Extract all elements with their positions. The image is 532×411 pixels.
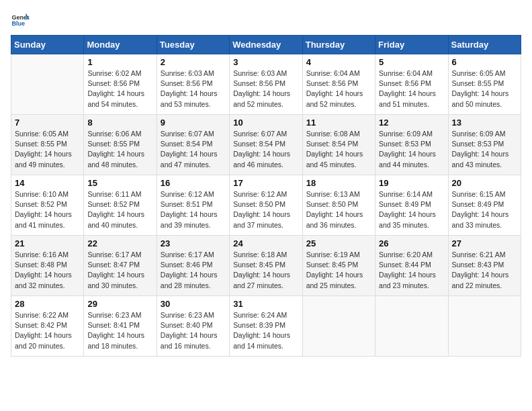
day-number: 18 (306, 178, 371, 188)
day-number: 1 (87, 57, 152, 67)
calendar-cell (448, 296, 521, 357)
calendar-cell: 20Sunrise: 6:15 AMSunset: 8:49 PMDayligh… (448, 175, 521, 236)
day-number: 30 (161, 299, 226, 309)
day-number: 5 (379, 57, 444, 67)
calendar-cell: 10Sunrise: 6:07 AMSunset: 8:54 PMDayligh… (230, 115, 302, 175)
day-number: 23 (161, 238, 226, 248)
column-header-sunday: Sunday (11, 36, 84, 54)
day-number: 12 (379, 118, 444, 128)
calendar-cell: 27Sunrise: 6:21 AMSunset: 8:43 PMDayligh… (448, 236, 521, 296)
day-info: Sunrise: 6:13 AMSunset: 8:50 PMDaylight:… (306, 189, 371, 230)
calendar-cell: 8Sunrise: 6:06 AMSunset: 8:55 PMDaylight… (84, 115, 157, 175)
day-info: Sunrise: 6:22 AMSunset: 8:42 PMDaylight:… (15, 310, 80, 351)
day-info: Sunrise: 6:05 AMSunset: 8:55 PMDaylight:… (452, 68, 517, 109)
day-number: 2 (161, 57, 226, 67)
calendar-cell: 29Sunrise: 6:23 AMSunset: 8:41 PMDayligh… (84, 296, 157, 357)
column-header-wednesday: Wednesday (230, 36, 302, 54)
day-number: 7 (15, 118, 80, 128)
logo-icon: General Blue (11, 11, 30, 30)
day-number: 24 (233, 238, 298, 248)
day-number: 10 (233, 118, 298, 128)
day-info: Sunrise: 6:06 AMSunset: 8:55 PMDaylight:… (87, 129, 152, 170)
column-header-saturday: Saturday (448, 36, 521, 54)
calendar-cell: 6Sunrise: 6:05 AMSunset: 8:55 PMDaylight… (448, 54, 521, 115)
day-info: Sunrise: 6:23 AMSunset: 8:41 PMDaylight:… (87, 310, 152, 351)
day-info: Sunrise: 6:07 AMSunset: 8:54 PMDaylight:… (161, 129, 226, 170)
calendar-cell: 2Sunrise: 6:03 AMSunset: 8:56 PMDaylight… (157, 54, 229, 115)
calendar-cell: 24Sunrise: 6:18 AMSunset: 8:45 PMDayligh… (230, 236, 302, 296)
day-info: Sunrise: 6:09 AMSunset: 8:53 PMDaylight:… (379, 129, 444, 170)
day-info: Sunrise: 6:18 AMSunset: 8:45 PMDaylight:… (233, 250, 298, 291)
calendar-cell: 19Sunrise: 6:14 AMSunset: 8:49 PMDayligh… (375, 175, 448, 236)
day-info: Sunrise: 6:10 AMSunset: 8:52 PMDaylight:… (15, 189, 80, 230)
calendar-cell: 3Sunrise: 6:03 AMSunset: 8:56 PMDaylight… (230, 54, 302, 115)
day-info: Sunrise: 6:15 AMSunset: 8:49 PMDaylight:… (452, 189, 517, 230)
calendar-table: SundayMondayTuesdayWednesdayThursdayFrid… (11, 35, 521, 357)
day-number: 11 (306, 118, 371, 128)
day-info: Sunrise: 6:07 AMSunset: 8:54 PMDaylight:… (233, 129, 298, 170)
calendar-week-row: 1Sunrise: 6:02 AMSunset: 8:56 PMDaylight… (11, 54, 521, 115)
calendar-cell: 13Sunrise: 6:09 AMSunset: 8:53 PMDayligh… (448, 115, 521, 175)
day-info: Sunrise: 6:24 AMSunset: 8:39 PMDaylight:… (233, 310, 298, 351)
calendar-cell: 7Sunrise: 6:05 AMSunset: 8:55 PMDaylight… (11, 115, 84, 175)
calendar-cell: 26Sunrise: 6:20 AMSunset: 8:44 PMDayligh… (375, 236, 448, 296)
day-info: Sunrise: 6:08 AMSunset: 8:54 PMDaylight:… (306, 129, 371, 170)
calendar-cell: 12Sunrise: 6:09 AMSunset: 8:53 PMDayligh… (375, 115, 448, 175)
day-number: 13 (452, 118, 517, 128)
calendar-week-row: 7Sunrise: 6:05 AMSunset: 8:55 PMDaylight… (11, 115, 521, 175)
calendar-cell: 21Sunrise: 6:16 AMSunset: 8:48 PMDayligh… (11, 236, 84, 296)
day-info: Sunrise: 6:12 AMSunset: 8:50 PMDaylight:… (233, 189, 298, 230)
day-number: 20 (452, 178, 517, 188)
day-info: Sunrise: 6:21 AMSunset: 8:43 PMDaylight:… (452, 250, 517, 291)
calendar-cell: 9Sunrise: 6:07 AMSunset: 8:54 PMDaylight… (157, 115, 229, 175)
calendar-week-row: 28Sunrise: 6:22 AMSunset: 8:42 PMDayligh… (11, 296, 521, 357)
calendar-cell (375, 296, 448, 357)
day-info: Sunrise: 6:05 AMSunset: 8:55 PMDaylight:… (15, 129, 80, 170)
day-number: 22 (87, 238, 152, 248)
day-number: 8 (87, 118, 152, 128)
day-info: Sunrise: 6:02 AMSunset: 8:56 PMDaylight:… (87, 68, 152, 109)
day-number: 9 (161, 118, 226, 128)
day-info: Sunrise: 6:16 AMSunset: 8:48 PMDaylight:… (15, 250, 80, 291)
column-header-monday: Monday (84, 36, 157, 54)
day-number: 29 (87, 299, 152, 309)
calendar-cell: 16Sunrise: 6:12 AMSunset: 8:51 PMDayligh… (157, 175, 229, 236)
calendar-cell: 22Sunrise: 6:17 AMSunset: 8:47 PMDayligh… (84, 236, 157, 296)
column-header-friday: Friday (375, 36, 448, 54)
day-number: 14 (15, 178, 80, 188)
day-info: Sunrise: 6:04 AMSunset: 8:56 PMDaylight:… (306, 68, 371, 109)
day-number: 21 (15, 238, 80, 248)
calendar-cell: 17Sunrise: 6:12 AMSunset: 8:50 PMDayligh… (230, 175, 302, 236)
calendar-cell: 1Sunrise: 6:02 AMSunset: 8:56 PMDaylight… (84, 54, 157, 115)
day-number: 25 (306, 238, 371, 248)
calendar-cell: 15Sunrise: 6:11 AMSunset: 8:52 PMDayligh… (84, 175, 157, 236)
calendar-week-row: 14Sunrise: 6:10 AMSunset: 8:52 PMDayligh… (11, 175, 521, 236)
day-info: Sunrise: 6:03 AMSunset: 8:56 PMDaylight:… (161, 68, 226, 109)
day-info: Sunrise: 6:20 AMSunset: 8:44 PMDaylight:… (379, 250, 444, 291)
calendar-cell: 11Sunrise: 6:08 AMSunset: 8:54 PMDayligh… (302, 115, 375, 175)
day-info: Sunrise: 6:17 AMSunset: 8:46 PMDaylight:… (161, 250, 226, 291)
day-info: Sunrise: 6:11 AMSunset: 8:52 PMDaylight:… (87, 189, 152, 230)
day-info: Sunrise: 6:23 AMSunset: 8:40 PMDaylight:… (161, 310, 226, 351)
day-info: Sunrise: 6:03 AMSunset: 8:56 PMDaylight:… (233, 68, 298, 109)
calendar-cell: 25Sunrise: 6:19 AMSunset: 8:45 PMDayligh… (302, 236, 375, 296)
day-info: Sunrise: 6:04 AMSunset: 8:56 PMDaylight:… (379, 68, 444, 109)
day-number: 6 (452, 57, 517, 67)
day-number: 19 (379, 178, 444, 188)
day-number: 4 (306, 57, 371, 67)
day-info: Sunrise: 6:14 AMSunset: 8:49 PMDaylight:… (379, 189, 444, 230)
day-info: Sunrise: 6:09 AMSunset: 8:53 PMDaylight:… (452, 129, 517, 170)
calendar-cell: 18Sunrise: 6:13 AMSunset: 8:50 PMDayligh… (302, 175, 375, 236)
day-info: Sunrise: 6:12 AMSunset: 8:51 PMDaylight:… (161, 189, 226, 230)
column-header-tuesday: Tuesday (157, 36, 229, 54)
day-number: 15 (87, 178, 152, 188)
calendar-week-row: 21Sunrise: 6:16 AMSunset: 8:48 PMDayligh… (11, 236, 521, 296)
day-number: 31 (233, 299, 298, 309)
calendar-cell: 30Sunrise: 6:23 AMSunset: 8:40 PMDayligh… (157, 296, 229, 357)
calendar-cell: 23Sunrise: 6:17 AMSunset: 8:46 PMDayligh… (157, 236, 229, 296)
calendar-cell: 28Sunrise: 6:22 AMSunset: 8:42 PMDayligh… (11, 296, 84, 357)
calendar-cell (302, 296, 375, 357)
svg-text:Blue: Blue (11, 20, 25, 27)
day-number: 17 (233, 178, 298, 188)
calendar-cell: 31Sunrise: 6:24 AMSunset: 8:39 PMDayligh… (230, 296, 302, 357)
